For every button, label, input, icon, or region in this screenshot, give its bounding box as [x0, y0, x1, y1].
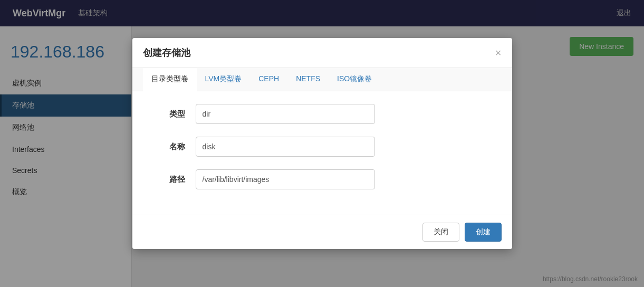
modal-overlay: 创建存储池 × 目录类型卷 LVM类型卷 CEPH NETFS ISO镜像卷 类… — [0, 0, 644, 287]
type-input[interactable] — [196, 104, 375, 124]
path-label: 路径 — [153, 175, 185, 185]
close-button[interactable]: 关闭 — [422, 223, 459, 242]
tab-ceph[interactable]: CEPH — [250, 68, 287, 91]
modal-tabs: 目录类型卷 LVM类型卷 CEPH NETFS ISO镜像卷 — [132, 68, 512, 91]
modal-close-button[interactable]: × — [495, 47, 502, 58]
tab-iso[interactable]: ISO镜像卷 — [329, 68, 380, 91]
tab-lvm[interactable]: LVM类型卷 — [197, 68, 251, 91]
name-label: 名称 — [153, 142, 185, 152]
create-button[interactable]: 创建 — [465, 223, 502, 242]
modal-title: 创建存储池 — [143, 46, 190, 59]
form-group-name: 名称 — [153, 137, 491, 157]
tab-dir[interactable]: 目录类型卷 — [143, 68, 197, 91]
form-group-path: 路径 — [153, 169, 491, 189]
modal-header: 创建存储池 × — [132, 38, 512, 68]
name-input[interactable] — [196, 137, 375, 157]
modal-footer: 关闭 创建 — [132, 215, 512, 249]
tab-netfs[interactable]: NETFS — [287, 68, 329, 91]
form-group-type: 类型 — [153, 104, 491, 124]
modal-body: 类型 名称 路径 — [132, 91, 512, 215]
type-label: 类型 — [153, 109, 185, 119]
create-storage-pool-modal: 创建存储池 × 目录类型卷 LVM类型卷 CEPH NETFS ISO镜像卷 类… — [132, 38, 512, 249]
path-input[interactable] — [196, 169, 375, 189]
